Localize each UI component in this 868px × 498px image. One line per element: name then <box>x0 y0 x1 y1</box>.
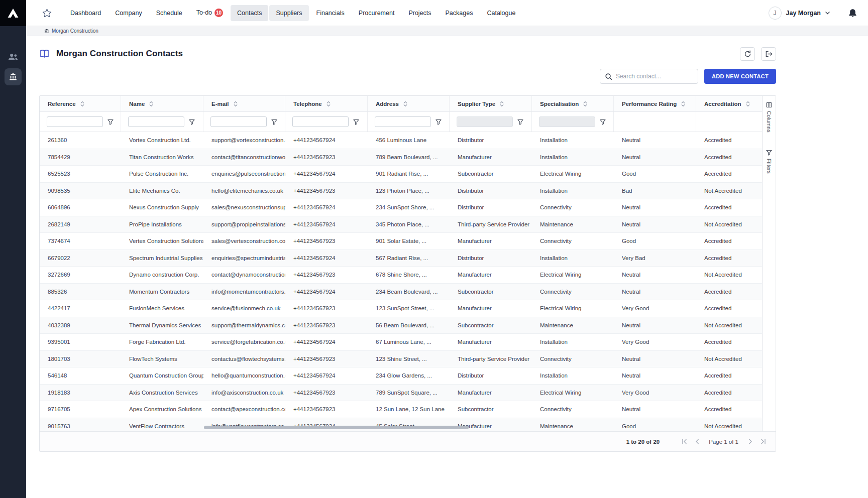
sidebar-item-companies[interactable] <box>5 68 22 85</box>
cell-name: Spectrum Industrial Supplies <box>121 255 203 261</box>
table-row[interactable]: 3272669Dynamo construction Corp.contact@… <box>40 267 762 284</box>
sort-icon[interactable] <box>327 101 331 107</box>
table-row[interactable]: 9716705Apex Construction Solutionscontac… <box>40 401 762 418</box>
filter-input-telephone[interactable] <box>292 116 349 127</box>
table-row[interactable]: 7374674Vertex Construction Solutions...s… <box>40 233 762 250</box>
table-row[interactable]: 4032389Thermal Dynamics Servicessupport@… <box>40 317 762 334</box>
notifications-bell-icon[interactable] <box>848 9 857 18</box>
previous-page-button[interactable] <box>691 435 704 448</box>
cell-name: FusionMech Services <box>121 305 203 311</box>
filter-funnel-button[interactable] <box>270 117 279 127</box>
nav-item-procurement[interactable]: Procurement <box>352 5 401 21</box>
nav-item-projects[interactable]: Projects <box>402 5 438 21</box>
user-name[interactable]: Jay Morgan <box>786 10 821 17</box>
table-row[interactable]: 1801703FlowTech Systemscontactus@flowtec… <box>40 351 762 368</box>
filter-input-reference[interactable] <box>47 116 103 127</box>
filter-input-address[interactable] <box>375 116 431 127</box>
cell-reference: 1918183 <box>40 390 121 396</box>
last-page-button[interactable] <box>756 435 770 448</box>
filter-icon <box>600 119 606 125</box>
main-nav: DashboardCompanyScheduleTo-do10ContactsS… <box>64 4 522 22</box>
table-row[interactable]: 261360Vortex Construction Ltd.support@vo… <box>40 132 762 149</box>
app-logo[interactable] <box>0 0 26 26</box>
cell-specialisation: Connectivity <box>532 356 614 362</box>
sort-icon[interactable] <box>80 101 84 107</box>
nav-item-contacts[interactable]: Contacts <box>231 5 268 21</box>
cell-accreditation: Not Accredited <box>696 188 762 194</box>
sort-icon[interactable] <box>500 101 504 107</box>
column-header-label: Specialisation <box>540 101 579 107</box>
sort-icon[interactable] <box>149 101 153 107</box>
table-row[interactable]: 9015763VentFlow Contractorsinfo@ventflow… <box>40 418 762 432</box>
cell-email: contact@apexconstruction.co.uk <box>203 406 285 412</box>
side-tab-columns[interactable]: Columns <box>766 102 772 133</box>
sort-icon[interactable] <box>583 101 587 107</box>
cell-email: enquiries@spectrumindustrialsupplies.co.… <box>203 255 285 261</box>
sort-icon[interactable] <box>681 101 685 107</box>
filter-select-specialisation[interactable] <box>539 116 595 127</box>
nav-item-schedule[interactable]: Schedule <box>150 5 189 21</box>
cell-performance-rating: Very Good <box>614 339 696 345</box>
nav-item-company[interactable]: Company <box>108 5 149 21</box>
sidebar-item-contacts[interactable] <box>5 48 22 65</box>
favorites-star-icon[interactable] <box>42 9 52 18</box>
nav-item-to-do[interactable]: To-do10 <box>190 4 230 22</box>
table-row[interactable]: 7854429Titan Construction Workscontact@t… <box>40 149 762 166</box>
avatar[interactable]: J <box>769 7 782 20</box>
column-header-reference[interactable]: Reference <box>40 96 121 111</box>
sort-icon[interactable] <box>403 101 407 107</box>
nav-item-financials[interactable]: Financials <box>310 5 351 21</box>
filter-funnel-button[interactable] <box>434 117 443 127</box>
avatar-initial: J <box>774 10 777 17</box>
chevron-down-icon[interactable] <box>825 12 830 15</box>
first-page-button[interactable] <box>678 435 691 448</box>
column-header-e-mail[interactable]: E-mail <box>203 96 285 111</box>
table-row[interactable]: 2682149ProPipe Installationssupport@prop… <box>40 216 762 233</box>
column-header-supplier-type[interactable]: Supplier Type <box>450 96 532 111</box>
table-row[interactable]: 4422417FusionMech Servicesservice@fusion… <box>40 300 762 317</box>
add-new-contact-button[interactable]: ADD NEW CONTACT <box>704 69 776 84</box>
table-row[interactable]: 9098535Elite Mechanics Co.hello@elitemec… <box>40 183 762 200</box>
page-header: Morgan Construction Contacts <box>39 46 776 61</box>
export-button[interactable] <box>761 47 776 61</box>
cell-email: sales@nexusconstructionsupply.co.uk <box>203 204 285 210</box>
nav-item-dashboard[interactable]: Dashboard <box>64 5 107 21</box>
filter-funnel-button[interactable] <box>187 117 196 127</box>
column-header-accreditation[interactable]: Accreditation <box>696 96 762 111</box>
table-row[interactable]: 6064896Nexus Construction Supplysales@ne… <box>40 199 762 216</box>
sort-icon[interactable] <box>234 101 238 107</box>
next-page-button[interactable] <box>743 435 756 448</box>
column-header-specialisation[interactable]: Specialisation <box>532 96 614 111</box>
nav-item-suppliers[interactable]: Suppliers <box>269 5 308 21</box>
table-row[interactable]: 6525523Pulse Construction Inc.enquiries@… <box>40 166 762 183</box>
column-header-label: Name <box>129 101 145 107</box>
filter-funnel-button[interactable] <box>352 117 361 127</box>
horizontal-scrollbar[interactable] <box>204 426 469 429</box>
side-tab-filters[interactable]: Filters <box>766 150 772 174</box>
table-row[interactable]: 6679022Spectrum Industrial Suppliesenqui… <box>40 250 762 267</box>
cell-reference: 2682149 <box>40 221 121 227</box>
filter-funnel-button[interactable] <box>598 117 607 127</box>
filter-funnel-button[interactable] <box>516 117 525 127</box>
sort-icon[interactable] <box>746 101 750 107</box>
filter-select-supplier-type[interactable] <box>457 116 513 127</box>
table-toolbar: ADD NEW CONTACT <box>39 69 776 84</box>
filter-input-name[interactable] <box>128 116 184 127</box>
filter-input-e-mail[interactable] <box>210 116 267 127</box>
cell-supplier-type: Distributor <box>450 188 532 194</box>
filter-icon <box>517 119 523 125</box>
column-header-telephone[interactable]: Telephone <box>285 96 368 111</box>
table-row[interactable]: 885326Momentum Contractorsinfo@momentumc… <box>40 284 762 301</box>
column-header-address[interactable]: Address <box>368 96 450 111</box>
filter-funnel-button[interactable] <box>106 117 115 127</box>
nav-item-packages[interactable]: Packages <box>439 5 480 21</box>
table-row[interactable]: 9395001Forge Fabrication Ltd.service@for… <box>40 334 762 351</box>
column-header-performance-rating[interactable]: Performance Rating <box>614 96 696 111</box>
search-input[interactable] <box>616 73 698 80</box>
nav-item-catalogue[interactable]: Catalogue <box>480 5 522 21</box>
table-row[interactable]: 546148Quantum Construction Group...hello… <box>40 367 762 385</box>
refresh-button[interactable] <box>740 47 755 61</box>
breadcrumb-company[interactable]: Morgan Construction <box>52 28 98 34</box>
table-row[interactable]: 1918183Axis Construction Servicesinfo@ax… <box>40 385 762 402</box>
column-header-name[interactable]: Name <box>121 96 203 111</box>
